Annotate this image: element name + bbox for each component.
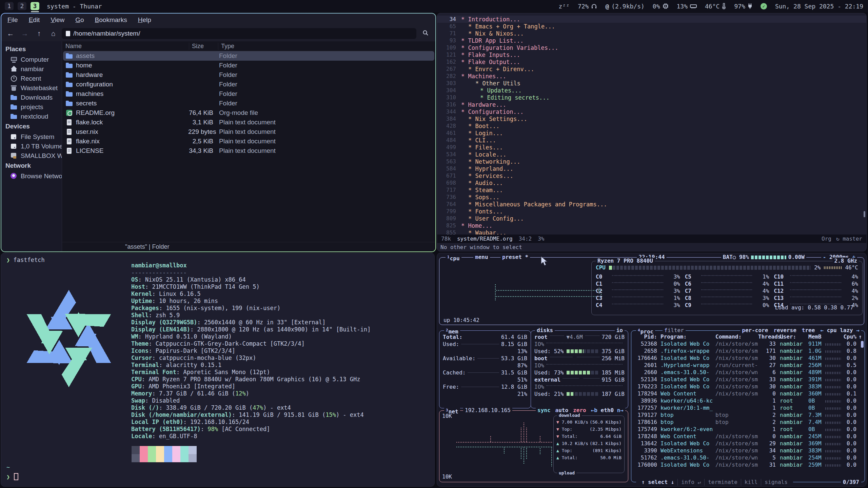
signals-key[interactable]: signals: [761, 479, 791, 486]
sidebar-place-item[interactable]: Computer: [1, 55, 62, 64]
info-key[interactable]: info ↵: [677, 479, 704, 486]
process-row[interactable]: 52368 Isolated Web Co /nix/store/sm8fmrf…: [635, 340, 862, 347]
idle-inhibit-module[interactable]: zᶻᶻ: [558, 3, 570, 10]
clock-module[interactable]: Sun, 28 Sep 2025 - 22:19: [775, 3, 863, 10]
process-row[interactable]: 176000 Isolated Web Co /nix/store/sm8fmr…: [635, 461, 862, 468]
terminate-key[interactable]: terminate: [704, 479, 741, 486]
process-row[interactable]: 178294 Web Content /nix/store/sm8fmrf3wp…: [635, 390, 862, 397]
emacs-scroll-indicator[interactable]: [864, 211, 865, 217]
column-headers: Name Size Type: [62, 41, 435, 51]
path-bar[interactable]: /home/nambiar/system/: [62, 28, 416, 39]
workspace-button[interactable]: 2: [18, 2, 26, 10]
tab-cpu[interactable]: 1cpu: [446, 254, 461, 262]
file-row[interactable]: hardware Folder: [63, 70, 434, 80]
menu-item[interactable]: Go: [75, 16, 84, 24]
process-row[interactable]: 177257 kworker/10:1-mm_ 1 root 0B 0.0: [635, 404, 862, 411]
active-prompt[interactable]: ❯: [6, 473, 18, 480]
process-row[interactable]: 52134 Isolated Web Co /nix/store/sm8fmrf…: [635, 376, 862, 383]
file-row[interactable]: user.nix 229 bytes Plain text document: [63, 127, 434, 137]
menu-item[interactable]: Edit: [29, 16, 40, 24]
process-row[interactable]: 2601 .Hyprland-wrapp /run/current-system…: [635, 362, 862, 369]
org-outline-line: 764 * Miscellaneous Packages and Program…: [437, 201, 866, 208]
header-mem[interactable]: MemB: [806, 333, 825, 340]
memory-module[interactable]: 13%: [677, 3, 697, 10]
core-label: C2: [596, 288, 609, 294]
temperature-module[interactable]: 46°C: [705, 3, 726, 10]
line-number: 428: [437, 123, 461, 129]
select-keys[interactable]: ↑ select ↓: [638, 479, 677, 486]
file-row[interactable]: configuration Folder: [63, 80, 434, 89]
process-row[interactable]: 176646 Isolated Web Co /nix/store/sm8fmr…: [635, 354, 862, 362]
network-module[interactable]: @ (2.9kb/s): [605, 3, 644, 10]
header-pid[interactable]: Pid:: [635, 333, 657, 340]
process-row[interactable]: 176223 Isolated Web Co /nix/store/sm8fmr…: [635, 383, 862, 390]
file-row[interactable]: LICENSE 34,3 KiB Plain text document: [63, 146, 434, 156]
sidebar-place-item[interactable]: Wastebasket: [1, 83, 62, 93]
column-size[interactable]: Size: [189, 43, 218, 50]
process-row[interactable]: 13642 Isolated Web Co /nix/store/sm8fmrf…: [635, 440, 862, 447]
interval-decrease[interactable]: -: [823, 254, 826, 260]
header-user[interactable]: User:: [776, 333, 806, 340]
workspace-button[interactable]: 3: [31, 2, 39, 10]
process-row[interactable]: 3390 WebExtensions /nix/store/sm8fmrf3wp…: [635, 447, 862, 454]
net-interface-switch[interactable]: ←b eth0 n→: [591, 407, 624, 413]
back-button[interactable]: ←: [5, 28, 16, 39]
process-row[interactable]: 38936 kworker/u64:6-kc 1 root 0B 0.0: [635, 397, 862, 404]
preset-button[interactable]: preset *: [500, 254, 530, 261]
kill-key[interactable]: kill: [741, 479, 761, 486]
home-button[interactable]: ⌂: [47, 28, 59, 39]
menu-button[interactable]: menu: [473, 254, 490, 261]
emacs-window[interactable]: 34 * Introduction... 65 * Emacs + Org + …: [437, 13, 867, 251]
top-bar: 1 2 3 system - Thunar zᶻᶻ 72% @ (2.9kb/s…: [0, 0, 868, 12]
workspace-button[interactable]: 1: [5, 2, 14, 10]
file-row[interactable]: flake.lock 3,1 KiB Plain text document: [63, 118, 434, 127]
header-command[interactable]: Command:: [715, 333, 758, 340]
file-row[interactable]: secrets Folder: [63, 99, 434, 108]
battery-module[interactable]: 97%: [734, 3, 752, 10]
process-row[interactable]: 179127 btop btop 2 nambiar 7.3M 0.0: [635, 411, 862, 419]
sidebar-place-item[interactable]: projects: [1, 102, 62, 112]
mem-mini-graph: [825, 365, 841, 367]
cpu-module[interactable]: 0%: [653, 3, 669, 10]
up-button[interactable]: ↑: [33, 28, 45, 39]
sidebar-place-item[interactable]: nambiar: [1, 64, 62, 74]
sidebar-network-item[interactable]: Browse Network: [1, 171, 62, 181]
sidebar-device-item[interactable]: SMALLBOX Wi...: [1, 151, 62, 161]
notification-module[interactable]: ✓: [761, 3, 767, 9]
header-threads[interactable]: Threads:: [758, 333, 776, 340]
menu-item[interactable]: View: [51, 16, 64, 24]
core-label: C8: [685, 295, 698, 301]
core-graph: [701, 282, 752, 283]
column-name[interactable]: Name: [62, 43, 189, 50]
file-row[interactable]: flake.nix 2,5 KiB Plain text document: [63, 137, 434, 146]
process-row[interactable]: 178616 btop btop 2 nambiar 7.4M 0.0: [635, 419, 862, 426]
sidebar-device-item[interactable]: 1,0 TB Volume: [1, 142, 62, 151]
process-row[interactable]: 51762 .emacs-31.0.50- /nix/store/wnqz5pa…: [635, 454, 862, 461]
volume-module[interactable]: 72%: [578, 3, 597, 10]
file-row[interactable]: home Folder: [63, 61, 434, 70]
menu-item[interactable]: Help: [138, 16, 151, 24]
sidebar-place-item[interactable]: nextcloud: [1, 112, 62, 121]
terminal-window[interactable]: ❯ fastfetch nambiar@smallbox -----------…: [1, 253, 435, 487]
file-row[interactable]: README.org 76,4 KiB Org-mode file: [63, 108, 434, 118]
mem-mini-graph: [825, 393, 841, 395]
column-type[interactable]: Type: [218, 43, 435, 50]
menu-item[interactable]: Bookmarks: [95, 16, 127, 24]
process-row[interactable]: 178248 Web Content /nix/store/sm8fmrf3wp…: [635, 433, 862, 440]
search-button[interactable]: [419, 28, 432, 39]
process-row[interactable]: 2660 .emacs-31.0.50- /nix/store/wnqz5pa8…: [635, 369, 862, 376]
process-row[interactable]: 175749 kworker/6:2-even 1 root 0B 0.0: [635, 426, 862, 433]
file-row[interactable]: machines Folder: [63, 89, 434, 99]
header-program[interactable]: Program:: [657, 333, 715, 340]
file-row[interactable]: assets Folder: [63, 51, 434, 61]
sidebar-device-item[interactable]: File System: [1, 132, 62, 142]
io-toggle[interactable]: io: [615, 327, 625, 334]
header-cpu[interactable]: Cpu%: [841, 333, 856, 340]
menu-item[interactable]: File: [7, 16, 18, 24]
process-row[interactable]: 2658 .firefox-wrappe /nix/store/sm8fmrf3…: [635, 347, 862, 354]
sidebar-place-item[interactable]: Downloads: [1, 93, 62, 102]
sidebar-place-item[interactable]: Recent: [1, 74, 62, 83]
proc-scrollbar[interactable]: [861, 341, 864, 348]
forward-button[interactable]: →: [19, 28, 31, 39]
net-sync-toggle[interactable]: sync: [537, 407, 551, 413]
